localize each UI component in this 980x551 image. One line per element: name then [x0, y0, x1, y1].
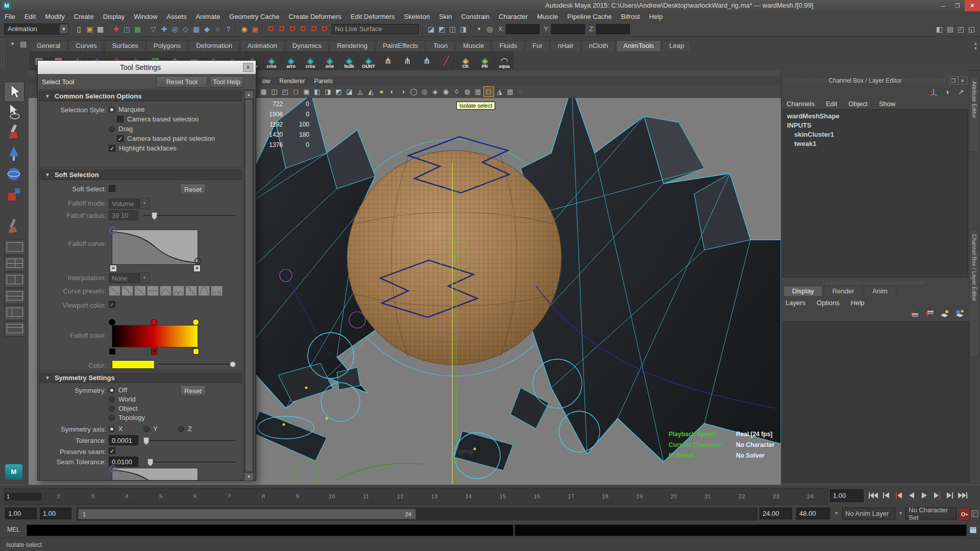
reset-tool-button[interactable]: Reset Tool	[156, 76, 207, 88]
shelf-button[interactable]: ◈bulb	[340, 52, 358, 70]
menu-item[interactable]: Animate	[191, 13, 225, 20]
selection-mask-icon[interactable]: ✚	[159, 24, 169, 34]
viewport-toolbar-icon[interactable]: ◌	[516, 86, 526, 97]
selection-mask-icon[interactable]: ◆	[202, 24, 212, 34]
shelf-tab[interactable]: Deformation	[189, 40, 239, 51]
camera-based-row[interactable]: Camera based selection	[117, 115, 199, 123]
magnet-snap-icon[interactable]: Ω	[319, 24, 330, 34]
ramp-key-yellow[interactable]	[193, 348, 199, 355]
curve-start-handle[interactable]	[109, 227, 116, 234]
preserve-seam-checkbox[interactable]: ✓	[109, 447, 115, 454]
viewport-toolbar-icon[interactable]: ◻	[290, 86, 301, 97]
timeline-frame[interactable]: 22	[725, 493, 759, 500]
shelf-button[interactable]: ⋔	[418, 52, 436, 70]
menu-item[interactable]: Geometry Cache	[225, 13, 284, 20]
scroll-down-icon[interactable]: ▼	[244, 472, 253, 481]
minimize-button[interactable]: –	[936, 2, 950, 10]
timeline-frame[interactable]: 10	[315, 493, 349, 500]
shelf-button[interactable]: ⋔	[398, 52, 416, 70]
shelf-tab[interactable]: nCloth	[582, 40, 616, 51]
selection-mask-icon[interactable]: ▦	[191, 24, 202, 34]
shelf-tab[interactable]: Animation	[240, 40, 284, 51]
auto-keyframe-button[interactable]	[959, 508, 970, 520]
section-symmetry[interactable]: ▼ Symmetry Settings	[39, 373, 242, 383]
scrollbar-thumb[interactable]	[245, 99, 253, 472]
hyperbolic-arrow-icon[interactable]: ↗	[955, 87, 966, 97]
time-slider[interactable]: 123456789101112131415161718192021222324	[4, 488, 828, 505]
step-back-frame-button[interactable]	[879, 489, 892, 502]
viewport-toolbar-icon[interactable]: ◰	[280, 86, 290, 97]
symmetry-reset-button[interactable]: Reset	[180, 385, 206, 396]
shelf-tab[interactable]: Muscle	[456, 40, 491, 51]
rotate-tool-button[interactable]	[4, 164, 23, 184]
shelf-tab[interactable]: Rendering	[330, 40, 375, 51]
shelf-button[interactable]: ◈cros	[301, 52, 320, 70]
timeline-frame[interactable]: 23	[759, 493, 793, 500]
tab-attribute-editor[interactable]: Attribute Editor	[969, 77, 979, 152]
layout-single-button[interactable]	[4, 240, 26, 255]
ramp-marker-black[interactable]	[109, 319, 115, 325]
timeline-frame[interactable]: 4	[110, 493, 144, 500]
selection-mode-icon[interactable]: ✚	[111, 24, 121, 34]
viewport-toolbar-icon[interactable]: ●	[376, 86, 387, 97]
character-set-selector[interactable]: No Character Set	[905, 508, 957, 519]
marquee-radio[interactable]	[109, 107, 115, 113]
new-empty-layer-icon[interactable]	[939, 309, 950, 318]
color-slider-knob[interactable]	[230, 361, 236, 367]
channel-box-menu-item[interactable]: Channels	[787, 100, 826, 108]
symmetry-off-row[interactable]: Off	[109, 386, 127, 394]
lock-icon[interactable]: ▣	[250, 24, 260, 34]
viewport-toolbar-icon[interactable]: ◯	[408, 86, 419, 97]
shelf-button[interactable]: ⋔	[379, 52, 397, 70]
viewport-toolbar-icon[interactable]: ◭	[365, 86, 376, 97]
layer-editor-menu-item[interactable]: Layers	[786, 299, 817, 307]
timeline-frame[interactable]: 5	[144, 493, 178, 500]
menu-item[interactable]: Create Deformers	[284, 13, 346, 20]
menu-set-selector[interactable]: Animation ▼	[4, 23, 68, 35]
channel-box-node[interactable]: wardMeshShape	[783, 112, 968, 121]
layer-editor-menu-item[interactable]: Help	[851, 299, 876, 307]
symmetry-topology-radio[interactable]	[109, 415, 115, 421]
shelf-button[interactable]: ◈OUNT	[359, 52, 378, 70]
axis-y-row[interactable]: Y	[143, 425, 158, 433]
range-slider-track[interactable]: 1 24	[77, 508, 757, 520]
shelf-tab[interactable]: Curves	[68, 40, 104, 51]
panel-toggle-icon[interactable]: ◧	[934, 24, 945, 34]
curve-preset-button[interactable]	[211, 286, 223, 296]
channel-box-menu-item[interactable]: Object	[848, 100, 879, 108]
step-back-key-button[interactable]	[892, 489, 905, 502]
viewport-menu-item[interactable]: Panels	[309, 78, 337, 85]
menu-item[interactable]: Window	[129, 13, 162, 20]
file-icon[interactable]: ▣	[84, 24, 95, 34]
magnet-snap-icon[interactable]: Ω	[298, 24, 308, 34]
falloff-curve-editor[interactable]	[112, 230, 198, 265]
layout-four-view-button[interactable]	[4, 256, 26, 271]
viewport-toolbar-icon[interactable]: ◊	[451, 86, 462, 97]
shelf-menu-icon[interactable]: ▤	[18, 39, 29, 49]
drag-radio[interactable]	[109, 126, 115, 132]
falloff-color-ramp[interactable]	[112, 325, 198, 347]
menu-item[interactable]: Skeleton	[400, 13, 435, 20]
seam-falloff-editor[interactable]	[112, 468, 198, 480]
magnet-snap-icon[interactable]: Ω	[287, 24, 298, 34]
go-to-end-button[interactable]	[956, 489, 969, 502]
shelf-tab[interactable]: General	[30, 40, 67, 51]
viewport-toolbar-icon[interactable]: ◨	[323, 86, 333, 97]
timeline-frame[interactable]: 1	[5, 493, 41, 500]
curve-key-marker[interactable]: ✕	[193, 265, 201, 272]
step-forward-key-button[interactable]	[930, 489, 943, 502]
playback-end-field[interactable]: 24.00	[760, 508, 792, 519]
selection-mode-icon[interactable]: ◳	[121, 24, 132, 34]
viewport-toolbar-icon[interactable]: ▦	[258, 86, 269, 97]
shelf-scroll-arrows[interactable]: ▲▼	[973, 41, 978, 51]
ramp-key-red-selected[interactable]: ✕	[151, 348, 157, 355]
shelf-button[interactable]: ◈CK	[456, 52, 475, 70]
interpolation-dropdown[interactable]: None ▼	[109, 272, 150, 284]
menu-item[interactable]: Modify	[40, 13, 69, 20]
last-tool-button[interactable]	[4, 216, 23, 236]
lasso-tool-button[interactable]	[4, 102, 23, 121]
timeline-frame[interactable]: 24	[793, 493, 827, 500]
layout-hypergraph-button[interactable]	[4, 321, 26, 337]
selection-mask-icon[interactable]: ○	[212, 24, 223, 34]
maximize-button[interactable]: ❐	[950, 3, 965, 9]
